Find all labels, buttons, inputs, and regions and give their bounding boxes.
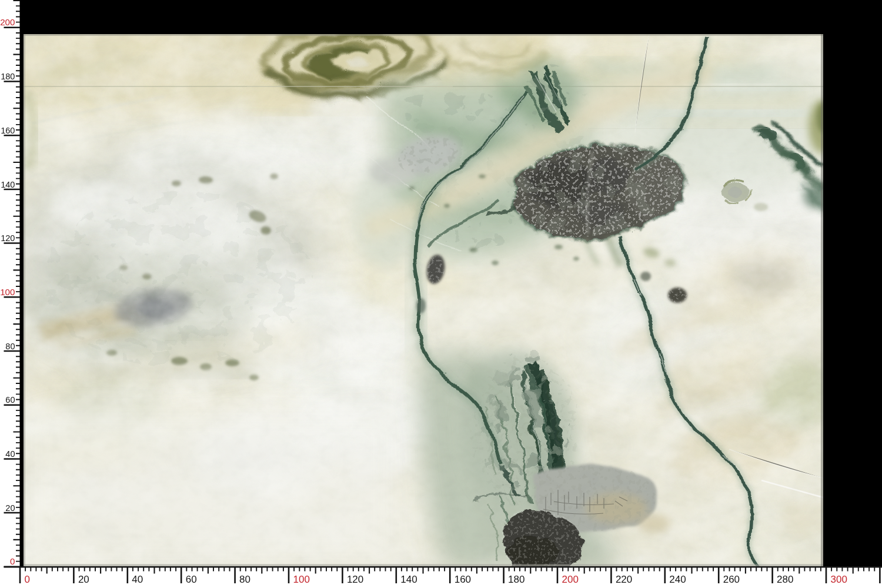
- svg-text:100: 100: [0, 287, 15, 297]
- svg-text:40: 40: [5, 449, 15, 459]
- svg-text:220: 220: [616, 574, 632, 585]
- svg-text:120: 120: [1, 233, 15, 243]
- svg-text:300: 300: [831, 574, 847, 585]
- svg-text:280: 280: [777, 574, 793, 585]
- svg-text:120: 120: [347, 574, 363, 585]
- svg-text:140: 140: [400, 574, 417, 585]
- svg-text:60: 60: [5, 395, 15, 405]
- svg-text:260: 260: [723, 574, 740, 585]
- svg-text:240: 240: [669, 574, 686, 585]
- svg-text:160: 160: [455, 574, 471, 585]
- svg-text:180: 180: [508, 574, 524, 585]
- svg-text:160: 160: [1, 126, 15, 135]
- svg-text:0: 0: [10, 556, 15, 566]
- svg-text:200: 200: [0, 17, 15, 27]
- svg-text:20: 20: [5, 503, 15, 513]
- svg-text:40: 40: [132, 574, 143, 585]
- svg-text:80: 80: [5, 342, 15, 351]
- svg-text:200: 200: [562, 574, 579, 585]
- svg-text:80: 80: [239, 574, 250, 585]
- svg-text:0: 0: [25, 574, 30, 585]
- svg-text:140: 140: [1, 180, 15, 189]
- svg-text:20: 20: [78, 574, 89, 585]
- svg-text:180: 180: [1, 72, 15, 81]
- svg-text:60: 60: [186, 574, 197, 585]
- svg-text:100: 100: [293, 574, 310, 585]
